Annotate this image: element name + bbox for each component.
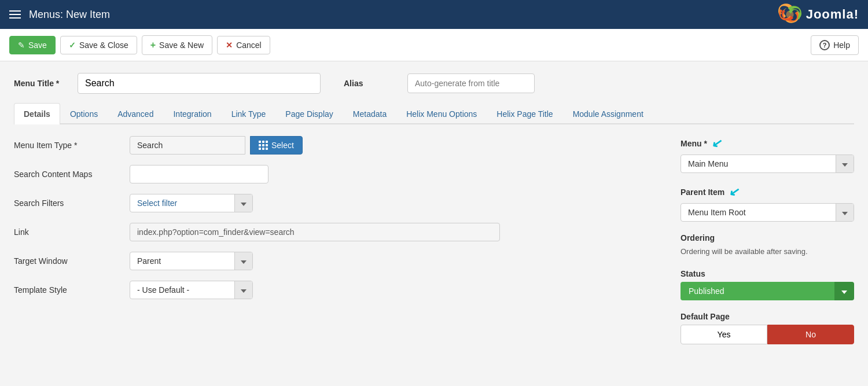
status-value: Published [681,282,834,300]
yes-label: Yes [718,330,731,339]
content-area: Menu Title * Alias Details Options Advan… [0,61,868,367]
status-dropdown[interactable]: Published [681,282,854,300]
search-filters-label: Search Filters [14,198,130,208]
parent-item-field-label: Parent Item ↙ [681,185,854,200]
default-page-field: Default Page Yes No [681,312,854,344]
target-window-row: Target Window Parent [14,252,657,270]
toolbar-buttons: ✎ Save ✓ Save & Close + Save & New ✕ Can… [9,35,270,55]
default-page-label-text: Default Page [681,312,854,321]
search-filters-arrow[interactable] [234,194,252,212]
tab-integration[interactable]: Integration [163,103,221,124]
menu-field-label: Menu * ↙ [681,136,854,151]
ordering-field: Ordering Ordering will be available afte… [681,233,854,258]
main-layout: Menu Item Type * Search [14,136,854,356]
template-style-select[interactable]: - Use Default - [130,281,253,299]
target-window-select[interactable]: Parent [130,252,253,270]
chevron-down-icon [241,285,247,295]
chevron-down-icon [241,198,247,208]
check-icon: ✓ [69,41,76,50]
menu-item-type-label: Menu Item Type * [14,141,130,150]
save-close-label: Save & Close [79,41,128,50]
link-row: Link [14,223,657,241]
search-filters-placeholder: Select filter [130,194,234,212]
default-page-no-button[interactable]: No [767,325,854,344]
alias-input[interactable] [407,73,535,93]
search-content-maps-label: Search Content Maps [14,170,130,179]
save-button[interactable]: ✎ Save [9,36,56,54]
joomla-logo: Joomla! [778,3,859,26]
alias-label: Alias [344,79,396,88]
form-title-row: Menu Title * Alias [14,73,854,94]
menu-item-type-value: Search [130,136,245,155]
menu-label-text: Menu * [681,139,707,148]
joomla-logo-icon [778,3,801,26]
save-icon: ✎ [18,41,25,50]
default-page-buttons: Yes No [681,325,854,344]
select-button[interactable]: Select [250,136,303,155]
status-dropdown-arrow[interactable] [834,282,854,300]
chevron-down-icon [241,256,247,266]
template-style-arrow[interactable] [234,281,252,299]
parent-item-dropdown-value: Menu Item Root [681,204,836,221]
target-window-value: Parent [130,252,234,270]
template-style-row: Template Style - Use Default - [14,281,657,299]
menu-arrow-annotation: ↙ [711,135,723,152]
search-filters-row: Search Filters Select filter [14,194,657,212]
menu-item-type-row: Menu Item Type * Search [14,136,657,155]
tab-helix-menu-options[interactable]: Helix Menu Options [396,103,487,124]
search-content-maps-control [130,165,269,183]
parent-item-dropdown-arrow[interactable] [836,204,854,221]
target-window-arrow[interactable] [234,252,252,270]
menu-title-label: Menu Title * [14,79,66,88]
parent-item-dropdown[interactable]: Menu Item Root [681,203,854,222]
tab-options[interactable]: Options [60,103,108,124]
tabs-bar: Details Options Advanced Integration Lin… [14,103,854,124]
search-content-maps-input[interactable] [130,165,269,183]
tab-metadata[interactable]: Metadata [343,103,396,124]
menu-dropdown-value: Main Menu [681,155,836,172]
default-page-yes-button[interactable]: Yes [681,325,767,344]
help-circle-icon: ? [819,40,830,50]
link-control [130,223,500,241]
link-label: Link [14,227,130,237]
menu-dropdown-arrow[interactable] [836,155,854,172]
target-window-control: Parent [130,252,253,270]
hamburger-menu-icon[interactable] [9,10,21,19]
template-style-control: - Use Default - [130,281,253,299]
save-new-button[interactable]: + Save & New [142,35,212,55]
grid-icon [259,141,268,150]
tab-details[interactable]: Details [14,103,60,124]
ordering-info-text: Ordering will be available after saving. [681,246,854,258]
left-panel: Menu Item Type * Search [14,136,657,356]
parent-item-field: Parent Item ↙ Menu Item Root [681,185,854,222]
tab-helix-page-title[interactable]: Helix Page Title [487,103,562,124]
save-label: Save [28,41,47,50]
help-button-container: ? Help [811,35,859,55]
select-label: Select [271,141,294,150]
status-field: Status Published [681,269,854,300]
ordering-label-text: Ordering [681,233,854,242]
x-icon: ✕ [226,41,233,50]
cancel-label: Cancel [236,41,262,50]
save-close-button[interactable]: ✓ Save & Close [60,36,137,54]
tab-link-type[interactable]: Link Type [222,103,276,124]
menu-title-input[interactable] [78,73,321,94]
tab-advanced[interactable]: Advanced [108,103,163,124]
chevron-down-icon [842,159,848,168]
cancel-button[interactable]: ✕ Cancel [217,36,270,54]
search-content-maps-row: Search Content Maps [14,165,657,183]
tab-page-display[interactable]: Page Display [275,103,343,124]
tab-module-assignment[interactable]: Module Assignment [563,103,653,124]
toolbar: ✎ Save ✓ Save & Close + Save & New ✕ Can… [0,29,868,61]
template-style-label: Template Style [14,285,130,295]
target-window-label: Target Window [14,256,130,266]
menu-field: Menu * ↙ Main Menu [681,136,854,173]
template-style-value: - Use Default - [130,281,234,299]
help-button[interactable]: ? Help [811,35,859,55]
menu-dropdown[interactable]: Main Menu [681,155,854,173]
plus-icon: + [150,40,156,50]
link-input[interactable] [130,223,500,241]
search-filters-select[interactable]: Select filter [130,194,253,212]
menu-item-type-control: Search Select [130,136,303,155]
right-panel: Menu * ↙ Main Menu Parent Item ↙ [681,136,854,356]
